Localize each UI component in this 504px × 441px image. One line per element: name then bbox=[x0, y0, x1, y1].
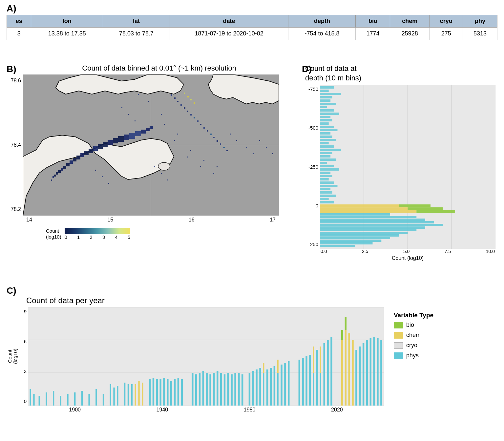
table-cell: 1871-07-19 to 2020-10-02 bbox=[170, 28, 288, 40]
svg-rect-126 bbox=[408, 207, 443, 210]
svg-rect-147 bbox=[33, 394, 34, 406]
svg-rect-27 bbox=[135, 131, 141, 136]
svg-rect-28 bbox=[141, 130, 146, 134]
svg-rect-217 bbox=[330, 337, 332, 406]
svg-rect-73 bbox=[108, 183, 109, 184]
legend-item-chem: chem bbox=[394, 332, 433, 339]
svg-rect-226 bbox=[363, 343, 364, 406]
svg-rect-148 bbox=[39, 396, 40, 406]
svg-rect-10 bbox=[61, 168, 63, 171]
svg-rect-229 bbox=[373, 337, 375, 406]
svg-rect-66 bbox=[266, 147, 267, 148]
map-title: Count of data binned at 0.01° (~1 km) re… bbox=[26, 64, 292, 73]
svg-rect-171 bbox=[163, 378, 165, 406]
svg-rect-77 bbox=[184, 93, 185, 94]
svg-rect-195 bbox=[259, 368, 261, 406]
svg-rect-106 bbox=[320, 149, 341, 151]
svg-rect-43 bbox=[210, 134, 212, 135]
svg-rect-41 bbox=[203, 127, 205, 129]
bio-swatch bbox=[394, 322, 403, 328]
svg-rect-26 bbox=[129, 133, 135, 139]
svg-rect-153 bbox=[74, 392, 75, 406]
svg-rect-166 bbox=[142, 383, 143, 406]
table-header-date: date bbox=[170, 15, 288, 28]
svg-rect-71 bbox=[95, 170, 96, 171]
svg-rect-209 bbox=[309, 355, 311, 406]
svg-rect-228 bbox=[370, 338, 371, 406]
svg-rect-44 bbox=[213, 137, 215, 138]
svg-rect-110 bbox=[320, 162, 327, 164]
svg-rect-132 bbox=[320, 221, 434, 223]
svg-rect-123 bbox=[320, 204, 399, 207]
legend-title: Variable Type bbox=[394, 312, 433, 319]
svg-rect-69 bbox=[128, 114, 129, 115]
svg-rect-173 bbox=[170, 381, 172, 406]
time-xaxis-labels: 1900 1940 1980 2020 bbox=[28, 406, 384, 413]
svg-rect-117 bbox=[320, 185, 338, 187]
svg-rect-206 bbox=[299, 360, 300, 406]
svg-rect-122 bbox=[320, 201, 334, 203]
svg-rect-165 bbox=[138, 381, 139, 406]
svg-rect-24 bbox=[118, 136, 124, 142]
svg-rect-16 bbox=[80, 153, 84, 157]
map-yaxis: 78.6 78.4 78.2 bbox=[7, 74, 23, 216]
svg-rect-134 bbox=[320, 226, 425, 229]
svg-rect-102 bbox=[320, 136, 332, 138]
time-series-title: Count of data per year bbox=[26, 296, 384, 305]
svg-rect-163 bbox=[131, 384, 133, 406]
svg-rect-174 bbox=[174, 379, 176, 406]
table-header-es: es bbox=[7, 15, 31, 28]
svg-rect-49 bbox=[138, 94, 139, 95]
table-header-bio: bio bbox=[356, 15, 390, 28]
table-cell: 3 bbox=[7, 28, 31, 40]
svg-rect-121 bbox=[320, 198, 329, 200]
svg-rect-128 bbox=[416, 210, 455, 213]
svg-rect-112 bbox=[320, 168, 339, 171]
svg-rect-32 bbox=[174, 97, 176, 99]
svg-rect-74 bbox=[154, 166, 155, 167]
svg-rect-30 bbox=[150, 126, 153, 129]
svg-rect-194 bbox=[256, 369, 257, 406]
svg-rect-18 bbox=[89, 149, 93, 153]
table-header-depth: depth bbox=[288, 15, 356, 28]
svg-rect-158 bbox=[110, 384, 111, 406]
svg-rect-202 bbox=[277, 373, 279, 406]
svg-rect-22 bbox=[108, 140, 113, 145]
svg-rect-196 bbox=[263, 363, 264, 373]
svg-rect-208 bbox=[305, 356, 307, 406]
svg-rect-115 bbox=[320, 178, 329, 180]
svg-rect-36 bbox=[187, 111, 188, 112]
svg-rect-37 bbox=[190, 114, 192, 116]
svg-rect-65 bbox=[259, 140, 260, 141]
depth-chart-area bbox=[320, 85, 495, 249]
svg-rect-67 bbox=[272, 153, 273, 154]
map-xaxis: 14 15 16 17 bbox=[23, 216, 279, 223]
svg-rect-91 bbox=[320, 99, 330, 102]
legend-item-phys: phys bbox=[394, 352, 433, 359]
svg-rect-39 bbox=[197, 120, 199, 122]
svg-rect-193 bbox=[252, 371, 254, 406]
svg-rect-133 bbox=[320, 224, 443, 226]
svg-rect-59 bbox=[203, 160, 204, 161]
svg-rect-90 bbox=[320, 96, 332, 98]
table-cell: 25928 bbox=[390, 28, 430, 40]
svg-rect-203 bbox=[281, 365, 282, 406]
svg-rect-57 bbox=[177, 134, 178, 135]
svg-rect-205 bbox=[288, 361, 289, 406]
svg-rect-47 bbox=[223, 147, 225, 148]
svg-rect-230 bbox=[377, 338, 378, 406]
svg-rect-15 bbox=[76, 156, 80, 159]
svg-rect-61 bbox=[230, 134, 231, 135]
svg-rect-79 bbox=[190, 99, 192, 100]
svg-rect-189 bbox=[234, 373, 236, 406]
svg-rect-7 bbox=[54, 175, 56, 177]
svg-rect-156 bbox=[95, 389, 97, 406]
svg-rect-160 bbox=[117, 386, 118, 406]
svg-rect-51 bbox=[161, 114, 162, 115]
svg-rect-192 bbox=[249, 373, 250, 406]
svg-rect-169 bbox=[156, 379, 158, 406]
svg-rect-35 bbox=[184, 107, 185, 109]
svg-rect-48 bbox=[226, 150, 228, 151]
svg-rect-179 bbox=[199, 373, 200, 406]
svg-rect-127 bbox=[320, 210, 416, 213]
